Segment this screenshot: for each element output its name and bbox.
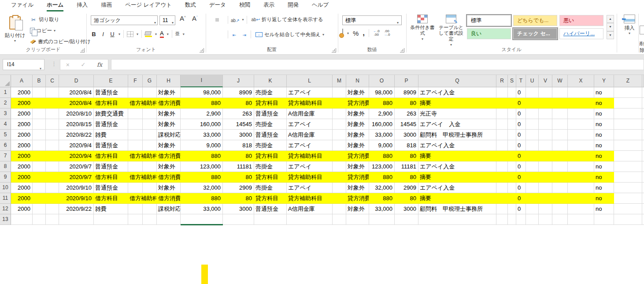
column-header-K[interactable]: K [254,75,287,87]
cell-J5[interactable]: 3000 [223,130,254,140]
cell-N2[interactable]: 貸方消費税区分 [346,98,369,108]
cell-U8[interactable] [526,161,539,172]
cell-O8[interactable]: 123,000 [369,161,395,172]
cell-P11[interactable]: 80 [395,193,418,204]
cell-D3[interactable]: 2020/8/10 [59,108,94,119]
cell-D1[interactable]: 2020/8/4 [59,87,94,98]
cell-O2[interactable]: 880 [369,98,395,108]
cell-E5[interactable]: 雑費 [94,130,128,140]
row-header-12[interactable]: 12 [0,204,11,214]
cell-L3[interactable]: A信用金庫 [287,108,333,119]
cell-O5[interactable]: 33,000 [369,130,395,140]
cell-R5[interactable] [496,130,508,140]
cell-T13[interactable] [516,214,526,225]
cell-G3[interactable] [143,108,157,119]
column-header-T[interactable]: T [516,75,526,87]
cell-U3[interactable] [526,108,539,119]
format-as-table-button[interactable]: テーブルとして書式設定 ▾ [437,15,465,48]
cell-K8[interactable]: 売掛金 [254,161,287,172]
cell-F13[interactable] [128,214,143,225]
cell-N8[interactable]: 対象外 [346,161,369,172]
cell-S11[interactable] [508,193,516,204]
align-left-button[interactable] [209,33,213,36]
format-painter-button[interactable]: 書式のコピー/貼り付け [28,37,93,46]
font-size-combobox[interactable]: 11▾ [159,15,175,25]
cell-R7[interactable] [496,151,508,161]
cell-C8[interactable] [46,161,59,172]
cell-Q1[interactable]: エアペイ入金 [418,87,496,98]
cell-Z12[interactable] [614,204,642,214]
cell-F5[interactable] [128,130,143,140]
cell-V8[interactable] [539,161,552,172]
increase-font-button[interactable]: A^ [180,15,186,22]
cell-F7[interactable]: 借方補助科目 [128,151,157,161]
cell-S3[interactable] [508,108,516,119]
cell-K7[interactable]: 貸方科目 [254,151,287,161]
cell-I5[interactable]: 33,000 [181,130,223,140]
cell-E8[interactable]: 普通預金 [94,161,128,172]
cell-V10[interactable] [539,183,552,193]
cell-H12[interactable]: 課税対応仕入 [157,204,181,214]
cell-Y12[interactable]: no [594,204,614,214]
cell-A5[interactable]: 2000 [11,130,33,140]
cell-V1[interactable] [539,87,552,98]
cell-J11[interactable]: 80 [223,193,254,204]
cell-M5[interactable] [333,130,346,140]
cell-Z13[interactable] [614,214,642,225]
cell-C2[interactable] [46,98,59,108]
cell-W4[interactable] [552,119,568,130]
cell-T5[interactable]: 0 [516,130,526,140]
cell-C11[interactable] [46,193,59,204]
cell-R1[interactable] [496,87,508,98]
cell-J3[interactable]: 263 [223,108,254,119]
column-header-I[interactable]: I [181,75,223,87]
cell-W7[interactable] [552,151,568,161]
cell-I10[interactable]: 32,000 [181,183,223,193]
cell-C12[interactable] [46,204,59,214]
row-header-1[interactable]: 1 [0,87,11,98]
cell-P7[interactable]: 80 [395,151,418,161]
cell-I3[interactable]: 2,900 [181,108,223,119]
cell-H8[interactable]: 対象外 [157,161,181,172]
accounting-format-button[interactable] [342,29,343,37]
cell-E2[interactable]: 借方科目 [94,98,128,108]
cell-D5[interactable]: 2020/8/22 [59,130,94,140]
row-header-5[interactable]: 5 [0,130,11,140]
cell-Y4[interactable]: no [594,119,614,130]
cell-O6[interactable]: 9,000 [369,140,395,151]
cell-A4[interactable]: 2000 [11,119,33,130]
cell-Z5[interactable] [614,130,642,140]
bold-button[interactable]: B [91,31,97,37]
insert-function-icon[interactable]: fx [97,61,102,68]
cell-N6[interactable]: 対象外 [346,140,369,151]
phonetic-button[interactable]: 亜 [175,31,180,37]
font-color-button[interactable]: A [160,30,164,38]
cell-O3[interactable]: 2,900 [369,108,395,119]
cell-X6[interactable] [568,140,594,151]
cell-X9[interactable] [568,172,594,183]
decrease-indent-button[interactable]: ⇤ [231,29,238,40]
cell-G5[interactable] [143,130,157,140]
cell-O11[interactable]: 880 [369,193,395,204]
cell-F2[interactable]: 借方補助科目 [128,98,157,108]
cell-B10[interactable] [33,183,46,193]
row-header-9[interactable]: 9 [0,172,11,183]
paste-button[interactable]: 貼り付け ▾ [4,15,26,50]
cell-M2[interactable] [333,98,346,108]
cell-H11[interactable]: 借方消費税区分 [157,193,181,204]
cell-M13[interactable] [333,214,346,225]
cell-M9[interactable] [333,172,346,183]
cell-N9[interactable]: 貸方消費税区分 [346,172,369,183]
cell-P12[interactable]: 3000 [395,204,418,214]
ribbon-tab-8[interactable]: 校閲 [233,0,257,13]
select-all-corner[interactable] [0,75,11,87]
cell-C4[interactable] [46,119,59,130]
cell-G13[interactable] [143,214,157,225]
cell-G1[interactable] [143,87,157,98]
cell-J4[interactable]: 14545 [223,119,254,130]
cell-I1[interactable]: 98,000 [181,87,223,98]
cell-B8[interactable] [33,161,46,172]
cell-Y6[interactable]: no [594,140,614,151]
cell-J9[interactable]: 80 [223,172,254,183]
row-header-4[interactable]: 4 [0,119,11,130]
